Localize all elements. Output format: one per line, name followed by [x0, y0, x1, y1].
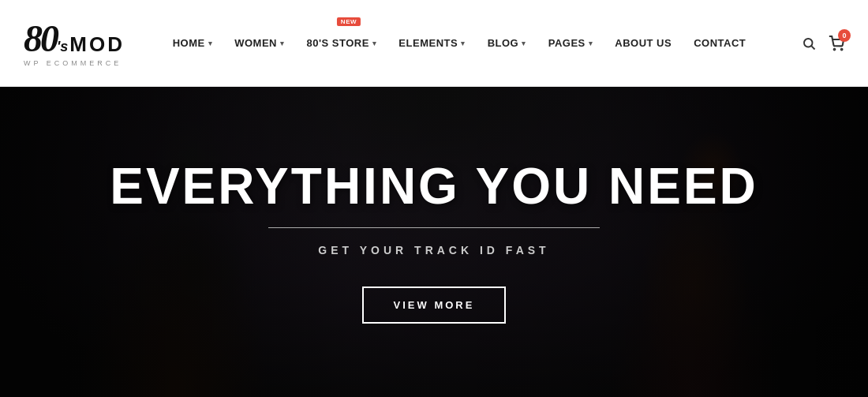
chevron-down-icon: ▾ — [372, 39, 377, 47]
hero-subtitle: GET YOUR TRACK ID FAST — [318, 244, 549, 257]
nav-pages[interactable]: PAGES ▾ — [537, 0, 604, 87]
chevron-down-icon: ▾ — [208, 39, 213, 47]
logo[interactable]: 80 's MOD WP ECOMMERCE — [24, 20, 125, 67]
nav-80s-store[interactable]: NEW 80'S STORE ▾ — [295, 0, 387, 87]
nav-blog[interactable]: BLOG ▾ — [477, 0, 537, 87]
hero-cta-button[interactable]: VIEW MORE — [362, 287, 507, 324]
svg-point-0 — [804, 39, 813, 47]
nav-elements[interactable]: ELEMENTS ▾ — [387, 0, 476, 87]
chevron-down-icon: ▾ — [461, 39, 466, 47]
logo-subtext: WP ECOMMERCE — [24, 59, 125, 67]
svg-line-1 — [811, 46, 814, 49]
cart-button[interactable]: 0 — [829, 36, 844, 51]
header-icons: 0 — [802, 36, 844, 51]
cart-count: 0 — [838, 29, 851, 42]
logo-mod: MOD — [69, 34, 125, 54]
main-nav: HOME ▾ WOMEN ▾ NEW 80'S STORE ▾ ELEMENTS… — [162, 0, 758, 87]
hero-divider — [268, 227, 600, 228]
hero-section: EVERYTHING YOU NEED GET YOUR TRACK ID FA… — [0, 87, 868, 397]
header: 80 's MOD WP ECOMMERCE HOME ▾ WOMEN ▾ NE… — [0, 0, 868, 87]
logo-apostrophe-s: 's — [57, 39, 68, 54]
chevron-down-icon: ▾ — [522, 39, 526, 47]
hero-title: EVERYTHING YOU NEED — [110, 161, 758, 212]
new-badge: NEW — [337, 17, 361, 26]
chevron-down-icon: ▾ — [280, 39, 285, 47]
nav-about-us[interactable]: ABOUT US — [604, 0, 683, 87]
search-icon — [802, 36, 816, 51]
logo-number: 80 — [24, 20, 57, 58]
chevron-down-icon: ▾ — [589, 39, 593, 47]
hero-content: EVERYTHING YOU NEED GET YOUR TRACK ID FA… — [110, 161, 758, 324]
nav-home[interactable]: HOME ▾ — [162, 0, 224, 87]
search-button[interactable] — [802, 36, 816, 51]
nav-contact[interactable]: CONTACT — [683, 0, 757, 87]
svg-point-2 — [834, 48, 836, 50]
nav-women[interactable]: WOMEN ▾ — [223, 0, 295, 87]
svg-point-3 — [841, 48, 843, 50]
